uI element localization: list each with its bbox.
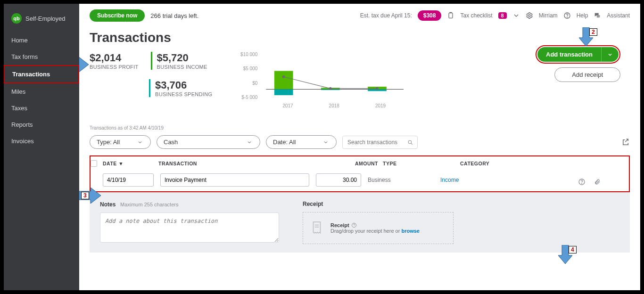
filter-date[interactable]: Date: All (266, 135, 337, 149)
help-icon[interactable] (563, 12, 571, 19)
stat-income: $5,720 BUSINESS INCOME (151, 52, 207, 70)
svg-rect-0 (449, 13, 453, 18)
th-date[interactable]: DATE ▼ (103, 161, 158, 166)
receipt-title: Receipt (330, 222, 349, 228)
notes-textarea[interactable] (100, 212, 279, 243)
row-amount-input[interactable] (316, 173, 361, 187)
filter-row: Type: All Cash Date: All (79, 132, 640, 152)
table-row: Business Income (91, 171, 626, 189)
receipt-dropzone[interactable]: Receipt Drag/drop your receipt here or b… (303, 212, 454, 244)
add-transaction-label: Add transaction (537, 47, 601, 62)
stat-spending: $3,706 BUSINESS SPENDING (149, 79, 212, 97)
receipt-hint: Drag/drop your receipt here or (330, 228, 401, 234)
svg-point-3 (567, 17, 567, 17)
sort-desc-icon: ▼ (118, 161, 124, 166)
th-transaction[interactable]: TRANSACTION (158, 161, 333, 166)
row-date-input[interactable] (103, 173, 154, 187)
search-input[interactable] (347, 139, 405, 146)
svg-point-13 (376, 87, 379, 90)
stat-profit-label: BUSINESS PROFIT (90, 64, 139, 70)
filter-account[interactable]: Cash (157, 135, 260, 149)
subscribe-button[interactable]: Subscribe now (90, 9, 145, 22)
tax-checklist-count: 8 (498, 12, 507, 19)
svg-line-15 (411, 143, 413, 145)
table-area: DATE ▼ TRANSACTION AMOUNT TYPE CATEGORY … (79, 152, 640, 192)
row-category-link[interactable]: Income (440, 177, 459, 183)
nav-miles[interactable]: Miles (4, 83, 79, 100)
topbar-right: Est. tax due April 15: $308 Tax checklis… (360, 10, 630, 21)
svg-rect-6 (274, 89, 293, 95)
notes-column: Notes Maximum 255 characters (100, 201, 279, 244)
svg-point-1 (528, 15, 530, 16)
nav-reports[interactable]: Reports (4, 116, 79, 133)
add-transaction-caret[interactable] (601, 47, 619, 62)
nav-home[interactable]: Home (4, 32, 79, 49)
receipt-section-label: Receipt (303, 201, 454, 207)
svg-point-11 (282, 75, 285, 78)
tax-checklist-label[interactable]: Tax checklist (460, 12, 492, 19)
user-name[interactable]: Mirriam (539, 12, 558, 19)
nav-transactions[interactable]: Transactions (4, 65, 79, 83)
stat-income-value: $5,720 (157, 52, 207, 64)
svg-point-14 (408, 140, 412, 144)
nav: Home Tax forms Transactions Miles Taxes … (4, 32, 79, 149)
search-icon (407, 139, 413, 146)
chart-canvas (239, 52, 404, 108)
chevron-down-icon (607, 52, 613, 57)
row-transaction-input[interactable] (160, 173, 309, 187)
attachment-icon[interactable] (594, 178, 601, 186)
row-type[interactable]: Business (368, 177, 440, 183)
help-icon[interactable] (578, 178, 586, 186)
svg-point-17 (582, 183, 582, 184)
browse-link[interactable]: browse (401, 228, 420, 234)
annotation-arrow-1: 1 (79, 57, 89, 73)
export-icon[interactable] (621, 138, 630, 147)
chevron-down-icon (323, 139, 329, 145)
sidebar: qb Self-Employed Home Tax forms Transact… (4, 4, 79, 290)
nav-taxes[interactable]: Taxes (4, 100, 79, 116)
brand-logo: qb (11, 13, 22, 24)
asof-text: Transactions as of 3:42 AM 4/10/19 (79, 113, 640, 132)
annotation-arrow-2: 2 (579, 27, 593, 46)
add-receipt-button[interactable]: Add receipt (554, 67, 620, 82)
svg-marker-21 (79, 57, 89, 73)
chevron-down-icon[interactable] (512, 12, 520, 19)
annotation-arrow-3: 3 (79, 188, 101, 204)
stat-income-label: BUSINESS INCOME (157, 64, 207, 70)
th-type[interactable]: TYPE (383, 161, 460, 166)
gear-icon[interactable] (526, 12, 533, 19)
brand: qb Self-Employed (4, 8, 79, 32)
notes-label: Notes (100, 201, 116, 208)
help-icon[interactable] (351, 222, 357, 228)
topbar: Subscribe now 266 trial days left. Est. … (79, 4, 640, 27)
chart-y-labels: $10 000 $5 000 $0 $-5 000 (237, 52, 257, 100)
nav-tax-forms[interactable]: Tax forms (4, 49, 79, 65)
chart-x-labels: 2017 2018 2019 (264, 103, 404, 108)
est-tax-label: Est. tax due April 15: (360, 12, 412, 19)
detail-panel: Notes Maximum 255 characters Receipt Rec… (90, 192, 630, 253)
th-amount[interactable]: AMOUNT (333, 161, 383, 166)
assistant-label[interactable]: Assistant (607, 12, 630, 19)
main: Subscribe now 266 trial days left. Est. … (79, 4, 640, 290)
svg-rect-5 (274, 71, 293, 90)
brand-name: Self-Employed (25, 15, 66, 22)
help-label[interactable]: Help (577, 12, 588, 19)
stat-spending-value: $3,706 (155, 79, 212, 91)
search-box[interactable] (342, 136, 418, 149)
chevron-down-icon (137, 139, 143, 145)
table-header: DATE ▼ TRANSACTION AMOUNT TYPE CATEGORY (91, 156, 626, 171)
th-category[interactable]: CATEGORY (460, 161, 531, 166)
annotation-arrow-4: 4 (558, 245, 572, 264)
add-transaction-button[interactable]: Add transaction (537, 47, 619, 62)
filter-type[interactable]: Type: All (90, 135, 151, 149)
nav-invoices[interactable]: Invoices (4, 133, 79, 149)
stat-profit: $2,014 BUSINESS PROFIT (90, 52, 139, 70)
receipt-column: Receipt Receipt Drag/drop your receipt h… (303, 201, 454, 244)
select-all-checkbox[interactable] (91, 160, 97, 167)
est-tax-amount[interactable]: $308 (418, 10, 442, 21)
chevron-down-icon (247, 139, 252, 145)
stat-spending-label: BUSINESS SPENDING (155, 91, 212, 97)
notes-sublabel: Maximum 255 characters (120, 202, 179, 207)
trial-days-text: 266 trial days left. (150, 12, 198, 19)
chat-icon[interactable] (594, 12, 601, 19)
